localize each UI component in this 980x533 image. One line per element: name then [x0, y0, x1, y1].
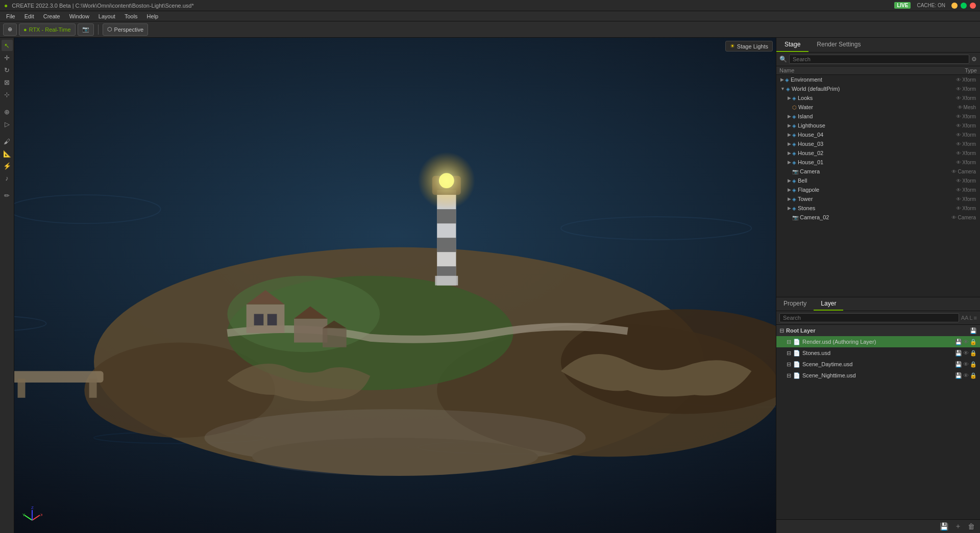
- eye-icon[interactable]: 👁: [956, 141, 961, 147]
- svg-rect-30: [294, 319, 327, 343]
- eye-icon[interactable]: 👁: [956, 95, 961, 101]
- tree-item-house04[interactable]: ▶ ◈ House_04 👁 Xform: [776, 130, 980, 139]
- stage-lights-button[interactable]: ☀ Stage Lights: [725, 41, 773, 52]
- tree-item-environment[interactable]: ▶ ◈ Environment 👁 Xform: [776, 75, 980, 84]
- menu-layout[interactable]: Layout: [94, 12, 119, 20]
- menu-file[interactable]: File: [2, 12, 19, 20]
- tree-item-lighthouse[interactable]: ▶ ◈ Lighthouse 👁 Xform: [776, 121, 980, 130]
- eye-icon[interactable]: 👁: [956, 196, 961, 202]
- layer-item-daytime[interactable]: ⊟ 📄 Scene_Daytime.usd 💾 👁 🔒: [776, 359, 980, 370]
- tree-item-world[interactable]: ▼ ◈ World (defaultPrim) 👁 Xform: [776, 84, 980, 93]
- eye-icon[interactable]: 👁: [958, 105, 963, 110]
- layer-tree: ⊟ Root Layer 💾 ⊟ 📄 Render.usd (Authoring…: [776, 325, 980, 519]
- tree-item-bell[interactable]: ▶ ◈ Bell 👁 Xform: [776, 176, 980, 185]
- lock-icon[interactable]: 🔒: [970, 361, 977, 368]
- menu-tools[interactable]: Tools: [120, 12, 142, 20]
- scale-tool[interactable]: ⊠: [2, 77, 13, 88]
- tab-stage[interactable]: Stage: [776, 38, 808, 52]
- layer-item-render[interactable]: ⊟ 📄 Render.usd (Authoring Layer) 💾 👁 🔒: [776, 336, 980, 347]
- minimize-button[interactable]: [951, 3, 958, 9]
- layer-item-stones[interactable]: ⊟ 📄 Stones.usd 💾 👁 🔒: [776, 347, 980, 359]
- filter-icon[interactable]: ⚙: [971, 56, 977, 63]
- eye-icon[interactable]: 👁: [956, 114, 961, 119]
- xform-icon: ◈: [792, 196, 796, 202]
- lock-icon[interactable]: 🔒: [970, 372, 977, 379]
- eye-icon[interactable]: 👁: [956, 178, 961, 184]
- tree-item-house01[interactable]: ▶ ◈ House_01 👁 Xform: [776, 158, 980, 167]
- close-button[interactable]: [970, 3, 976, 9]
- pen-tool[interactable]: ✏: [2, 190, 13, 201]
- menu-edit[interactable]: Edit: [20, 12, 38, 20]
- rotate-tool[interactable]: ↻: [2, 64, 13, 75]
- tab-render-settings[interactable]: Render Settings: [808, 38, 869, 52]
- eye-icon[interactable]: 👁: [963, 350, 969, 357]
- layer-item-root[interactable]: ⊟ Root Layer 💾: [776, 325, 980, 336]
- tree-item-camera02[interactable]: ▶ 📷 Camera_02 👁 Camera: [776, 213, 980, 222]
- eye-icon[interactable]: 👁: [956, 150, 961, 156]
- layer-search-input[interactable]: [779, 313, 959, 322]
- save-icon[interactable]: 💾: [955, 361, 962, 368]
- camera-move-tool[interactable]: ⊕: [2, 106, 13, 117]
- eye-icon[interactable]: 👁: [956, 160, 961, 165]
- save-icon[interactable]: 💾: [955, 372, 962, 379]
- eye-icon[interactable]: 👁: [956, 86, 961, 92]
- eye-icon[interactable]: 👁: [951, 169, 957, 174]
- tree-item-camera[interactable]: ▶ 📷 Camera 👁 Camera: [776, 167, 980, 176]
- tab-layer[interactable]: Layer: [814, 297, 843, 311]
- tree-item-island[interactable]: ▶ ◈ Island 👁 Xform: [776, 112, 980, 121]
- tree-item-looks[interactable]: ▶ ◈ Looks 👁 Xform: [776, 93, 980, 103]
- eye-icon[interactable]: 👁: [963, 339, 969, 345]
- tree-item-stones[interactable]: ▶ ◈ Stones 👁 Xform: [776, 204, 980, 213]
- select-tool[interactable]: ↖: [2, 40, 13, 51]
- rtx-btn[interactable]: ● RTX - Real-Time: [19, 23, 76, 36]
- move-tool[interactable]: ✛: [2, 52, 13, 63]
- tree-item-water[interactable]: ▶ ⬡ Water 👁 Mesh: [776, 103, 980, 112]
- physics-tool[interactable]: ⚡: [2, 160, 13, 171]
- eye-icon[interactable]: 👁: [963, 372, 969, 379]
- layer-delete-btn[interactable]: 🗑: [966, 522, 977, 531]
- eye-icon[interactable]: 👁: [956, 132, 961, 138]
- stage-search-input[interactable]: [789, 55, 969, 64]
- perspective-btn[interactable]: ⬡ Perspective: [103, 23, 148, 36]
- eye-icon[interactable]: 👁: [956, 206, 961, 211]
- viewport-overlay-tr: ☀ Stage Lights: [725, 41, 773, 52]
- tab-property[interactable]: Property: [776, 297, 814, 311]
- menu-window[interactable]: Window: [65, 12, 93, 20]
- save-icon[interactable]: 💾: [970, 327, 977, 334]
- menu-create[interactable]: Create: [39, 12, 64, 20]
- layer-view-icon[interactable]: L: [969, 315, 972, 321]
- tree-item-house02[interactable]: ▶ ◈ House_02 👁 Xform: [776, 148, 980, 158]
- tree-item-house03[interactable]: ▶ ◈ House_03 👁 Xform: [776, 139, 980, 148]
- eye-icon[interactable]: 👁: [956, 123, 961, 129]
- tree-item-flagpole[interactable]: ▶ ◈ Flagpole 👁 Xform: [776, 185, 980, 194]
- tree-header: Name Type: [776, 66, 980, 75]
- transform-tool[interactable]: ⊹: [2, 89, 13, 100]
- eye-icon[interactable]: 👁: [956, 77, 961, 83]
- viewport[interactable]: ☀ Stage Lights X Y Z: [14, 38, 776, 533]
- audio-tool[interactable]: ♪: [2, 172, 13, 184]
- paint-tool[interactable]: 🖌: [2, 136, 13, 147]
- layer-item-nighttime[interactable]: ⊟ 📄 Scene_Nighttime.usd 💾 👁 🔒: [776, 370, 980, 381]
- layer-add-btn[interactable]: ＋: [952, 521, 964, 531]
- eye-icon[interactable]: 👁: [951, 215, 957, 220]
- save-icon[interactable]: 💾: [955, 339, 962, 345]
- fly-tool[interactable]: ▷: [2, 118, 13, 130]
- save-icon[interactable]: 💾: [955, 350, 962, 357]
- item-label: Water: [798, 104, 958, 110]
- eye-icon[interactable]: 👁: [963, 361, 969, 368]
- eye-icon[interactable]: 👁: [956, 187, 961, 193]
- measure-tool[interactable]: 📐: [2, 148, 13, 159]
- camera-btn[interactable]: 📷: [78, 23, 94, 36]
- layer-options-icon[interactable]: ≡: [974, 315, 977, 321]
- tree-item-tower[interactable]: ▶ ◈ Tower 👁 Xform: [776, 194, 980, 204]
- titlebar-controls[interactable]: [951, 3, 976, 9]
- maximize-button[interactable]: [961, 3, 967, 9]
- lock-icon[interactable]: 🔒: [970, 339, 977, 345]
- xform-icon: ◈: [792, 187, 796, 193]
- menu-help[interactable]: Help: [143, 12, 163, 20]
- mesh-icon: ⬡: [792, 105, 797, 110]
- layer-save-all-btn[interactable]: 💾: [938, 522, 950, 531]
- lock-icon[interactable]: 🔒: [970, 350, 977, 357]
- toolbar-transform-btn[interactable]: ⊕: [3, 23, 17, 36]
- svg-point-25: [439, 173, 454, 188]
